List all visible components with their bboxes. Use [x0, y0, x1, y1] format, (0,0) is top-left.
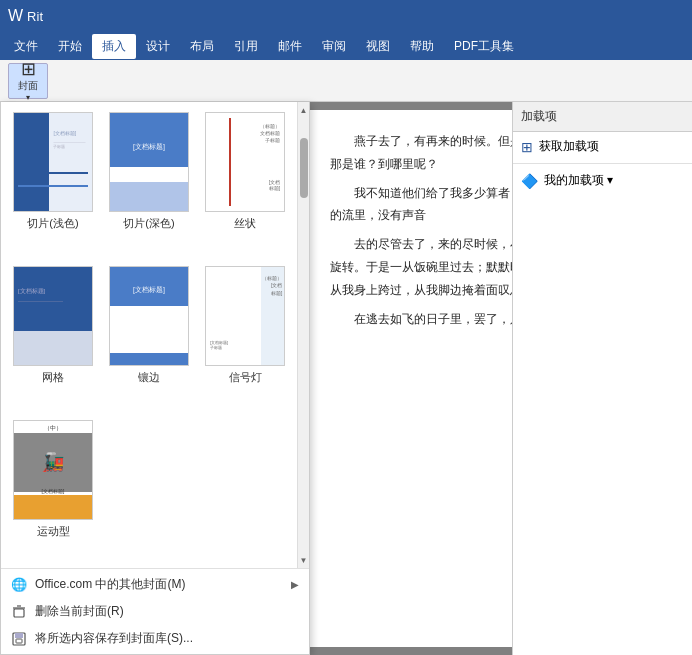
- cover-name-qp-light: 切片(浅色): [27, 216, 78, 231]
- save-to-lib-label: 将所选内容保存到封面库(S)...: [35, 630, 193, 647]
- sidebar-item-my-addins[interactable]: 🔷 我的加载项 ▾: [513, 166, 692, 195]
- cover-thumb-signal: （标题）[文档标题] [文档标题]子标题: [205, 266, 285, 366]
- cover-item-signal[interactable]: （标题）[文档标题] [文档标题]子标题 信号灯: [197, 260, 293, 414]
- menu-view[interactable]: 视图: [356, 34, 400, 59]
- cover-name-silk: 丝状: [234, 216, 256, 231]
- paragraph-1: 燕子去了，有再来的时候。但是，聪明的，你偷了他 们罢：那是谁？到哪里呢？: [330, 130, 512, 176]
- cover-name-sport: 运动型: [37, 524, 70, 539]
- cover-name-qp-dark: 切片(深色): [123, 216, 174, 231]
- cover-item-qp-light[interactable]: [文档标题] ———————— 子标题 切片(浅色): [5, 106, 101, 260]
- paragraph-4: 在逃去如飞的日子里，罢了，只有匆匆罢了；: [330, 308, 512, 331]
- menu-layout[interactable]: 布局: [180, 34, 224, 59]
- cover-item-grid[interactable]: [文档标题] ————————— 网格: [5, 260, 101, 414]
- cover-name-grid: 网格: [42, 370, 64, 385]
- get-addins-icon: ⊞: [521, 139, 533, 155]
- ribbon: ⊞ 封面 ▾: [0, 60, 692, 102]
- office-covers-arrow: ▶: [291, 579, 299, 590]
- svg-rect-5: [16, 639, 22, 643]
- app-icon: W: [8, 7, 23, 25]
- bottom-menu: 🌐 Office.com 中的其他封面(M) ▶ 删除当前封面(R) 将所选内容…: [1, 568, 309, 654]
- get-addins-label: 获取加载项: [539, 138, 599, 155]
- cover-thumb-grid: [文档标题] —————————: [13, 266, 93, 366]
- menu-insert[interactable]: 插入: [92, 34, 136, 59]
- office-covers-icon: 🌐: [11, 577, 27, 593]
- cover-item-border[interactable]: [文档标题] 镶边: [101, 260, 197, 414]
- cover-item-qp-dark[interactable]: [文档标题] 切片(深色): [101, 106, 197, 260]
- sidebar-header: 加载项: [513, 102, 692, 132]
- delete-cover-icon: [11, 604, 27, 620]
- cover-button[interactable]: ⊞ 封面 ▾: [8, 63, 48, 99]
- sidebar-item-get-addins[interactable]: ⊞ 获取加载项: [513, 132, 692, 161]
- save-to-lib-icon: [11, 631, 27, 647]
- menu-review[interactable]: 审阅: [312, 34, 356, 59]
- menu-help[interactable]: 帮助: [400, 34, 444, 59]
- menu-file[interactable]: 文件: [4, 34, 48, 59]
- cover-thumb-silk: （标题）文档标题子标题 [文档标题]: [205, 112, 285, 212]
- menu-reference[interactable]: 引用: [224, 34, 268, 59]
- cover-item-sport[interactable]: （中） [文档标题] 运动型: [5, 414, 101, 568]
- svg-rect-4: [15, 633, 23, 638]
- menu-design[interactable]: 设计: [136, 34, 180, 59]
- doc-area: 燕子去了，有再来的时候。但是，聪明的，你偷了他 们罢：那是谁？到哪里呢？ 我不知…: [310, 102, 512, 655]
- sidebar-panel: 加载项 ⊞ 获取加载项 🔷 我的加载项 ▾: [512, 102, 692, 655]
- menu-mail[interactable]: 邮件: [268, 34, 312, 59]
- sport-train-image: [14, 433, 92, 492]
- menu-item-delete-cover[interactable]: 删除当前封面(R): [1, 598, 309, 625]
- delete-cover-label: 删除当前封面(R): [35, 603, 124, 620]
- scrollbar: ▲ ▼: [297, 102, 309, 568]
- cover-grid-wrapper: [文档标题] ———————— 子标题 切片(浅色) [文档标题]: [1, 102, 297, 568]
- menu-start[interactable]: 开始: [48, 34, 92, 59]
- office-covers-label: Office.com 中的其他封面(M): [35, 576, 185, 593]
- cover-icon: ⊞: [21, 60, 36, 78]
- menu-item-office-covers[interactable]: 🌐 Office.com 中的其他封面(M) ▶: [1, 571, 309, 598]
- sidebar-title: 加载项: [521, 108, 557, 125]
- title-bar-title: Rit: [27, 9, 43, 24]
- cover-grid: [文档标题] ———————— 子标题 切片(浅色) [文档标题]: [1, 102, 297, 568]
- cover-dropdown-arrow: ▾: [26, 93, 30, 102]
- cover-name-border: 镶边: [138, 370, 160, 385]
- cover-thumb-qp-light: [文档标题] ———————— 子标题: [13, 112, 93, 212]
- cover-name-signal: 信号灯: [229, 370, 262, 385]
- svg-rect-0: [14, 609, 24, 617]
- menu-bar: 文件 开始 插入 设计 布局 引用 邮件 审阅 视图 帮助 PDF工具集: [0, 32, 692, 60]
- menu-pdf[interactable]: PDF工具集: [444, 34, 524, 59]
- scroll-up-arrow[interactable]: ▲: [298, 102, 310, 118]
- cover-thumb-border: [文档标题]: [109, 266, 189, 366]
- doc-page: 燕子去了，有再来的时候。但是，聪明的，你偷了他 们罢：那是谁？到哪里呢？ 我不知…: [310, 110, 512, 647]
- menu-item-save-to-lib[interactable]: 将所选内容保存到封面库(S)...: [1, 625, 309, 652]
- cover-thumb-sport: （中） [文档标题]: [13, 420, 93, 520]
- cover-thumb-qp-dark: [文档标题]: [109, 112, 189, 212]
- cover-label: 封面: [18, 79, 38, 93]
- cover-dropdown-panel: [文档标题] ———————— 子标题 切片(浅色) [文档标题]: [0, 102, 310, 655]
- doc-text: 燕子去了，有再来的时候。但是，聪明的，你偷了他 们罢：那是谁？到哪里呢？ 我不知…: [330, 130, 512, 330]
- my-addins-icon: 🔷: [521, 173, 538, 189]
- scroll-down-arrow[interactable]: ▼: [298, 552, 310, 568]
- my-addins-label: 我的加载项 ▾: [544, 172, 613, 189]
- main-area: [文档标题] ———————— 子标题 切片(浅色) [文档标题]: [0, 102, 692, 655]
- paragraph-3: 去的尽管去了，来的尽时候，小屋里射进两三方茫茫然跟着旋转。于是一从饭碗里过去；默…: [330, 233, 512, 301]
- scrollbar-thumb[interactable]: [300, 138, 308, 198]
- title-bar: W Rit: [0, 0, 692, 32]
- cover-item-silk[interactable]: （标题）文档标题子标题 [文档标题] 丝状: [197, 106, 293, 260]
- sidebar-divider: [513, 163, 692, 164]
- paragraph-2: 我不知道他们给了我多少算者，八千多日子已经从我在时间的流里，没有声音: [330, 182, 512, 228]
